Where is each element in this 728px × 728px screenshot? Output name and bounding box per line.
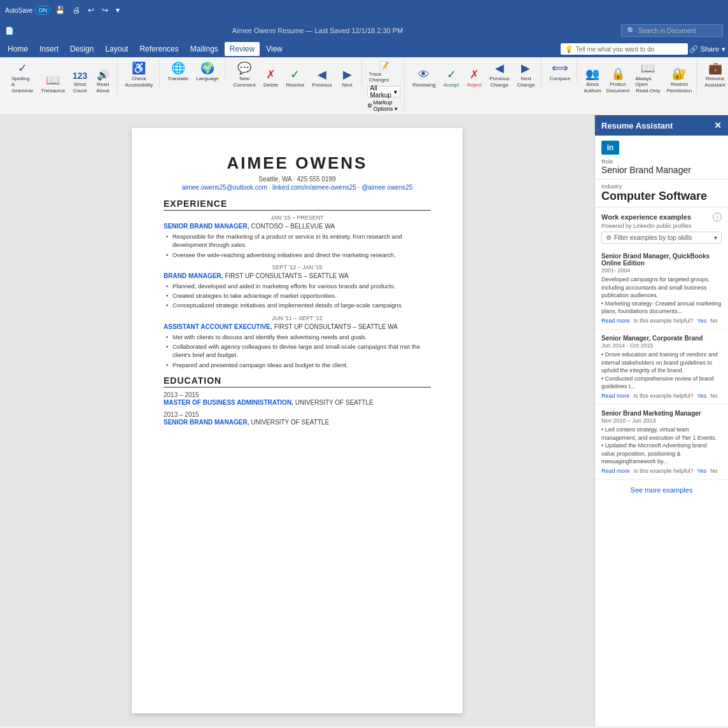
- reject-btn[interactable]: ✗ Reject: [464, 66, 484, 89]
- resolve-btn[interactable]: ✓ Resolve: [284, 66, 307, 89]
- job2-bullet3: Conceptualized strategic initiatives and…: [172, 301, 431, 309]
- spelling-grammar-btn[interactable]: ✓ Spelling & Grammar: [9, 60, 36, 95]
- changes-review-group: 👁 Reviewing ✓ Accept ✗ Reject ◀ Previous…: [406, 60, 542, 89]
- education-section-title: EDUCATION: [164, 375, 431, 388]
- autosave-toggle[interactable]: ON: [35, 6, 50, 15]
- menu-home[interactable]: Home: [3, 42, 33, 56]
- job1-title: SENIOR BRAND MANAGER,: [164, 223, 249, 230]
- delete-btn[interactable]: ✗ Delete: [261, 66, 281, 89]
- job3-bullet1: Met with clients to discuss and identify…: [172, 333, 431, 341]
- exp-card-3-helpful: Is this example helpful?: [634, 468, 694, 474]
- job2-title: BRAND MANAGER,: [164, 272, 223, 279]
- edu1-degree: MASTER OF BUSINESS ADMINISTRATION, UNIVE…: [164, 399, 431, 406]
- exp-card-1-footer: Read more Is this example helpful? Yes N…: [601, 318, 722, 324]
- exp-card-1-text: Developed campaigns for targeted groups,…: [601, 276, 722, 316]
- menu-design[interactable]: Design: [65, 42, 99, 56]
- role-value[interactable]: Senior Brand Manager: [595, 165, 728, 179]
- job1-bullet2: Oversee the wide-reaching advertising in…: [172, 251, 431, 259]
- menu-references[interactable]: References: [134, 42, 183, 56]
- markup-options-btn[interactable]: ⚙ Markup Options ▾: [367, 99, 400, 112]
- exp-card-1: Senior Brand Manager, QuickBooks Online …: [595, 248, 728, 330]
- protect-document-btn[interactable]: 🔒 Protect Document: [605, 66, 630, 95]
- menu-mailings[interactable]: Mailings: [185, 42, 223, 56]
- comments-group: 💬 New Comment ✗ Delete ✓ Resolve ◀ Previ…: [227, 60, 362, 89]
- exp-card-2-footer: Read more Is this example helpful? Yes N…: [601, 393, 722, 399]
- restrict-permission-btn[interactable]: 🔐 Restrict Permission: [666, 66, 693, 95]
- industry-value[interactable]: Computer Software: [595, 190, 728, 207]
- menu-layout[interactable]: Layout: [100, 42, 133, 56]
- wordcount-btn[interactable]: 123 Word Count: [70, 69, 90, 95]
- panel-close-btn[interactable]: ✕: [714, 120, 722, 130]
- new-comment-btn[interactable]: 💬 New Comment: [231, 60, 258, 89]
- reviewing-btn[interactable]: 👁 Reviewing: [410, 67, 438, 89]
- readaloud-btn[interactable]: 🔊 Read Aloud: [93, 67, 113, 95]
- tracking-group: 📝 Track Changes All Markup ▾ ⚙ Markup Op…: [363, 60, 405, 112]
- industry-label: Industry: [595, 183, 728, 190]
- exp-card-3-yes[interactable]: Yes: [697, 468, 707, 474]
- menu-review[interactable]: Review: [225, 42, 260, 56]
- powered-by-text: Powered by LinkedIn public profiles: [595, 223, 728, 232]
- filter-chevron: ▾: [714, 234, 717, 241]
- job1-bullet1: Responsible for the marketing of a produ…: [172, 232, 431, 249]
- experience-section-title: EXPERIENCE: [164, 199, 431, 211]
- save-icon[interactable]: 💾: [53, 4, 67, 16]
- always-open-btn[interactable]: 📖 Always Open Read-Only: [633, 60, 663, 95]
- see-more-btn[interactable]: See more examples: [595, 480, 728, 500]
- share-button[interactable]: 🔗 Share ▾: [689, 45, 725, 53]
- document-title: Aimee Owens Resume — Last Saved 12/1/18 …: [232, 27, 403, 34]
- thesaurus-btn[interactable]: 📖 Thesaurus: [39, 72, 67, 95]
- resume-links: aimee.owens25@outlook.com · linked.com/i…: [164, 184, 431, 191]
- track-changes-btn[interactable]: 📝 Track Changes: [367, 60, 400, 84]
- job3-bullet3: Prepared and presented campaign ideas an…: [172, 361, 431, 369]
- exp-card-1-read-more[interactable]: Read more: [601, 318, 630, 324]
- accept-btn[interactable]: ✓ Accept: [441, 66, 461, 89]
- job2-header: BRAND MANAGER, FIRST UP CONSULTANTS – SE…: [164, 272, 431, 279]
- check-accessibility-btn[interactable]: ♿ Check Accessibility: [123, 60, 156, 89]
- tell-me-input[interactable]: 💡 Tell me what you want to do: [561, 43, 688, 55]
- compare-btn[interactable]: ⟺ Compare: [547, 60, 573, 83]
- next-change-btn[interactable]: ▶ Next Change: [514, 60, 537, 89]
- exp-card-2: Senior Manager, Corporate Brand Jun 2014…: [595, 330, 728, 405]
- translate-btn[interactable]: 🌐 Translate: [165, 60, 191, 83]
- linkedin-logo: in: [601, 141, 619, 155]
- next-comment-btn[interactable]: ▶ Next: [337, 66, 358, 89]
- all-markup-dropdown[interactable]: All Markup ▾: [367, 86, 400, 97]
- info-icon[interactable]: i: [713, 213, 722, 221]
- edu1-years: 2013 – 2015: [164, 391, 431, 398]
- exp-card-1-yes[interactable]: Yes: [697, 318, 707, 324]
- job3-bullet2: Collaborated with agency colleagues to d…: [172, 342, 431, 360]
- filter-bar[interactable]: ⚙ Filter examples by top skills ▾: [601, 232, 722, 244]
- previous-comment-btn[interactable]: ◀ Previous: [309, 66, 334, 89]
- print-icon[interactable]: 🖨: [70, 4, 83, 16]
- protect-group: 👥 Block Authors 🔒 Protect Document 📖 Alw…: [578, 60, 697, 95]
- language-btn[interactable]: 🌍 Language: [193, 60, 221, 83]
- block-authors-btn[interactable]: 👥 Block Authors: [582, 66, 603, 95]
- accessibility-group: ♿ Check Accessibility: [119, 60, 160, 89]
- job3-company: FIRST UP CONSULTANTS – SEATTLE WA: [274, 323, 398, 330]
- exp-card-1-dates: 2001- 2004: [601, 267, 722, 274]
- menu-insert[interactable]: Insert: [34, 42, 64, 56]
- menu-view[interactable]: View: [261, 42, 288, 56]
- search-icon: 🔍: [627, 27, 636, 35]
- exp-card-2-read-more[interactable]: Read more: [601, 393, 630, 399]
- previous-change-btn[interactable]: ◀ Previous Change: [487, 60, 512, 89]
- app-icon: 📄: [5, 27, 14, 35]
- work-exp-header: Work experience examples i: [595, 207, 728, 223]
- customize-icon[interactable]: ▾: [113, 4, 122, 16]
- search-box[interactable]: 🔍 Search in Document: [621, 24, 723, 37]
- resume-name: AIMEE OWENS: [164, 153, 431, 173]
- edu2-degree: SENIOR BRAND MANAGER, UNIVERSITY OF SEAT…: [164, 419, 431, 426]
- redo-icon[interactable]: ↪: [99, 4, 111, 16]
- exp-card-3-text: • Led content strategy, virtual team man…: [601, 426, 722, 466]
- exp-card-2-yes[interactable]: Yes: [697, 393, 707, 399]
- title-bar: 📄 Aimee Owens Resume — Last Saved 12/1/1…: [0, 20, 728, 41]
- resume-assistant-panel: Resume Assistant ✕ in Role Senior Brand …: [594, 115, 728, 726]
- exp-card-3-read-more[interactable]: Read more: [601, 468, 630, 474]
- exp-card-3-footer: Read more Is this example helpful? Yes N…: [601, 468, 722, 474]
- job1-header: SENIOR BRAND MANAGER, CONTOSO – BELLEVUE…: [164, 222, 431, 230]
- resume-assistant-ribbon-btn[interactable]: 💼 Resume Assistant: [702, 60, 727, 89]
- panel-header: Resume Assistant ✕: [595, 115, 728, 136]
- exp-card-1-helpful: Is this example helpful?: [634, 318, 694, 324]
- undo-icon[interactable]: ↩: [85, 4, 97, 16]
- resume-location: Seattle, WA · 425 555 0199: [164, 176, 431, 183]
